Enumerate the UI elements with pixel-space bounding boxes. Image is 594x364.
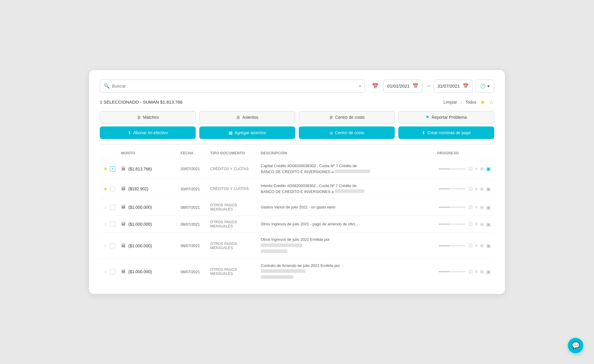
- asientos-label: Asientos: [242, 115, 258, 120]
- row-date: 08/07/2021: [181, 222, 210, 227]
- progress-fill: [439, 271, 449, 272]
- top-bar: 🔍 ▾ 📅 01/01/2021 📅 → 31/07/2021 📅 🕐 ▾: [100, 80, 494, 93]
- agregar-asientos-button[interactable]: ▦ Agregar asientos: [199, 126, 295, 139]
- row-controls: ☆: [103, 221, 121, 227]
- chevron-down-icon[interactable]: ▾: [359, 84, 361, 88]
- upload-icon[interactable]: ⊕: [480, 243, 484, 249]
- abonar-efectivo-button[interactable]: ⬆ Abonar en efectivo: [100, 126, 196, 139]
- row-progress: ☑ ≡ ⊕ ▣: [437, 221, 491, 227]
- row-action-icons: ☑ ≡ ⊕ ▣: [468, 186, 491, 192]
- star-filled-icon[interactable]: ★: [480, 99, 485, 106]
- checkmark-icon[interactable]: ☑: [468, 205, 473, 210]
- centro-costo-outline-button[interactable]: 🗑 Centro de costo: [299, 111, 395, 124]
- table-row: ★ ✓ 🏛 ($1.813.766) 20/07/2021CRÉDITOS Y …: [100, 159, 494, 179]
- amount-value: ($1.813.766): [128, 167, 152, 171]
- list-icon[interactable]: ≡: [475, 186, 478, 192]
- chat-fab-button[interactable]: 💬: [568, 338, 583, 353]
- amount-value: ($1.000.000): [128, 269, 152, 274]
- end-date-input[interactable]: 31/07/2021 📅: [434, 80, 473, 93]
- globe-icon: ◎: [329, 130, 333, 135]
- abonar-efectivo-label: Abonar en efectivo: [133, 130, 168, 135]
- todos-button[interactable]: Todos: [465, 100, 476, 105]
- col-header-progreso: PROGRESO: [437, 149, 491, 158]
- list-icon[interactable]: ≡: [475, 243, 478, 249]
- list-icon[interactable]: ≡: [475, 269, 478, 274]
- desc-blurred2: [261, 274, 437, 280]
- row-checkbox[interactable]: [110, 221, 115, 227]
- table-body: ★ ✓ 🏛 ($1.813.766) 20/07/2021CRÉDITOS Y …: [100, 159, 494, 285]
- list-icon[interactable]: ≡: [475, 221, 478, 227]
- centro-costo-teal-button[interactable]: ◎ Centro de costo: [299, 126, 395, 139]
- list-icon[interactable]: ≡: [475, 205, 478, 210]
- row-star-icon[interactable]: ☆: [103, 243, 108, 249]
- chat-icon[interactable]: ▣: [486, 243, 491, 249]
- reportar-problema-button[interactable]: ⚑ Reportar Problema: [398, 111, 494, 124]
- chat-icon[interactable]: ▣: [486, 166, 491, 172]
- time-button[interactable]: 🕐 ▾: [475, 80, 494, 93]
- start-date-input[interactable]: 01/01/2021 📅: [383, 80, 422, 93]
- crear-nominas-label: Crear nominas de pago: [427, 130, 471, 135]
- progress-bar: [439, 188, 465, 189]
- table-row: ☆ 🏛 ($1.000.000) 08/07/2021OTROS PAGOS M…: [100, 259, 494, 285]
- row-progress: ☑ ≡ ⊕ ▣: [437, 205, 491, 210]
- row-checkbox[interactable]: [110, 186, 115, 192]
- row-checkbox[interactable]: ✓: [110, 166, 115, 172]
- checkmark-icon[interactable]: ☑: [468, 221, 473, 227]
- chat-icon[interactable]: ▣: [486, 205, 491, 210]
- bank-icon: 🏛: [121, 243, 126, 249]
- row-controls: ★: [103, 186, 121, 192]
- table-row: ☆ 🏛 ($1.000.000) 08/07/2021OTROS PAGOS M…: [100, 232, 494, 259]
- table-icon: ▦: [229, 130, 233, 135]
- progress-bar: [439, 224, 465, 225]
- amount-value: ($1.000.000): [128, 243, 152, 248]
- progress-bar: [439, 207, 465, 208]
- trash-icon: 🗑: [137, 115, 141, 120]
- desc-blurred: [261, 268, 437, 274]
- table-row: ☆ 🏛 ($1.000.000) 08/07/2021OTROS PAGOS M…: [100, 216, 494, 232]
- asientos-button[interactable]: 🗑 Asientos: [199, 111, 295, 124]
- chat-icon[interactable]: ▣: [486, 269, 491, 275]
- upload-icon[interactable]: ⊕: [480, 186, 484, 192]
- row-star-icon[interactable]: ★: [103, 186, 108, 192]
- flag-icon: ⚑: [426, 115, 429, 120]
- row-star-icon[interactable]: ☆: [103, 205, 108, 210]
- row-star-icon[interactable]: ☆: [103, 269, 108, 275]
- chat-icon[interactable]: ▣: [486, 186, 491, 192]
- chevron-down-icon: ▾: [487, 83, 490, 89]
- centro-costo-teal-label: Centro de costo: [335, 130, 364, 135]
- col-header-desc: DESCRIPCIÓN: [261, 149, 437, 158]
- row-checkbox[interactable]: [110, 243, 115, 249]
- star-outline-icon[interactable]: ☆: [489, 99, 494, 106]
- search-wrapper[interactable]: 🔍 ▾: [100, 80, 365, 93]
- row-star-icon[interactable]: ☆: [103, 221, 108, 227]
- end-date-text: 31/07/2021: [437, 83, 460, 88]
- checkmark-icon[interactable]: ☑: [468, 243, 473, 249]
- status-actions: Limpiar | Todos ★ ☆: [443, 99, 494, 106]
- row-amount: 🏛 ($1.813.766): [121, 166, 181, 172]
- upload-icon[interactable]: ⊕: [480, 221, 484, 227]
- list-icon[interactable]: ≡: [475, 166, 478, 172]
- upload-icon[interactable]: ⊕: [480, 205, 484, 210]
- status-bar: 1 SELECCIONADO - SUMAN $1.813.766 Limpia…: [100, 99, 494, 106]
- table-header: MONTO FECHA TIPO DOCUMENTO DESCRIPCIÓN P…: [100, 149, 494, 158]
- row-type: OTROS PAGOS MENSUALES: [210, 220, 261, 228]
- row-date: 08/07/2021: [181, 243, 210, 248]
- agregar-asientos-label: Agregar asientos: [235, 130, 266, 135]
- row-date: 20/07/2021: [181, 187, 210, 191]
- checkmark-icon[interactable]: ☑: [468, 166, 473, 172]
- matches-button[interactable]: 🗑 Matches: [100, 111, 196, 124]
- chat-icon[interactable]: ▣: [486, 221, 491, 227]
- search-input[interactable]: [112, 83, 359, 88]
- crear-nominas-button[interactable]: ⬇ Crear nominas de pago: [398, 126, 494, 139]
- row-progress: ☑ ≡ ⊕ ▣: [437, 166, 491, 172]
- upload-icon[interactable]: ⊕: [480, 166, 484, 172]
- row-star-icon[interactable]: ★: [103, 166, 108, 172]
- row-checkbox[interactable]: [110, 269, 115, 274]
- row-desc: Otros Ingresos de julio 2021 - pago de a…: [261, 221, 437, 227]
- checkmark-icon[interactable]: ☑: [468, 269, 473, 275]
- checkmark-icon[interactable]: ☑: [468, 186, 473, 192]
- row-checkbox[interactable]: [110, 205, 115, 210]
- row-amount: 🏛 ($192.902): [121, 186, 181, 192]
- limpiar-button[interactable]: Limpiar: [443, 100, 457, 105]
- upload-icon[interactable]: ⊕: [480, 269, 484, 275]
